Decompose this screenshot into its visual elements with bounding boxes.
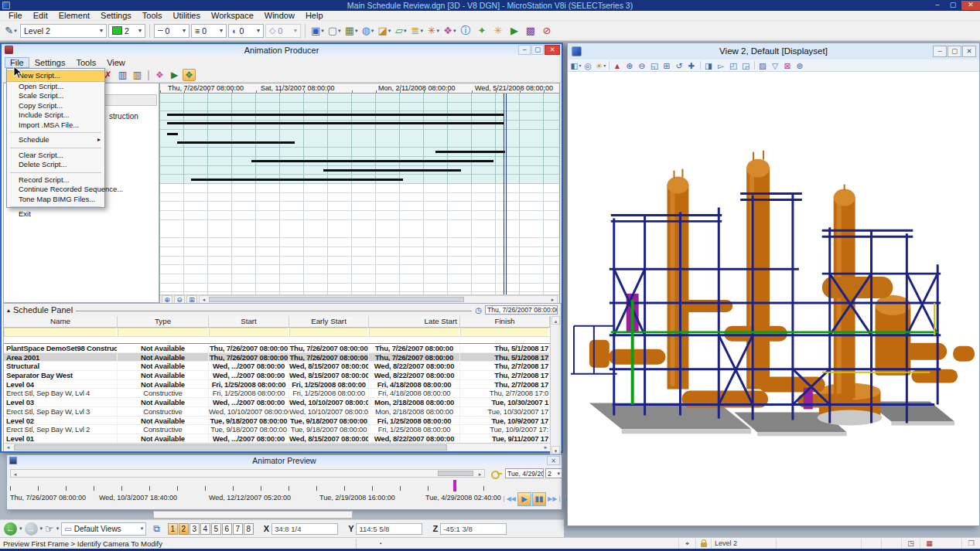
table-row[interactable]: Area 2001 Not Available Thu, 7/26/2007 0… xyxy=(4,353,550,362)
actor-pattern-icon[interactable]: ❖ xyxy=(153,69,166,81)
menu-item[interactable]: Workspace xyxy=(206,11,259,21)
lighting-icon[interactable]: ☀ ▾ xyxy=(595,60,606,71)
view-display-icon[interactable]: ◧ ▾ xyxy=(570,60,582,71)
view-toggle-button[interactable]: 3 xyxy=(190,523,200,535)
scroll-left-arrow[interactable]: ◂ xyxy=(200,296,208,303)
play-button[interactable]: ▶ xyxy=(517,492,531,506)
window-area-icon[interactable]: ◱ xyxy=(649,60,661,71)
active-element-template-icon[interactable]: ✎▾ xyxy=(3,23,19,39)
menu-item[interactable] xyxy=(10,172,101,173)
menu-item[interactable]: Tools xyxy=(70,57,101,68)
scroll-left-arrow[interactable]: ◂ xyxy=(11,471,19,478)
key-icon[interactable] xyxy=(491,469,502,478)
zoom-out-icon[interactable]: ⊖ xyxy=(637,60,648,71)
animation-producer-titlebar[interactable]: Animation Producer – ▢ ✕ xyxy=(2,44,562,56)
playhead-marker[interactable] xyxy=(453,480,456,491)
menu-item[interactable]: Utilities xyxy=(168,11,206,21)
skip-to-end-button[interactable]: ▶▶❘ xyxy=(547,492,563,506)
raster-manager-icon[interactable]: ▦ ▾ xyxy=(343,23,360,39)
chevron-down-icon[interactable]: ▾ xyxy=(56,525,60,532)
table-row[interactable]: Erect Stl, Sep Bay W, Lvl 3 Constructive… xyxy=(4,407,550,417)
menu-item[interactable]: Continue Recorded Sequence... xyxy=(7,185,104,195)
line-style-combo[interactable]: ┄ 0▾ xyxy=(154,24,190,38)
delete-element-icon[interactable]: ⊘ xyxy=(539,23,555,39)
element-info-icon[interactable]: ⓘ xyxy=(458,23,473,39)
restore-button[interactable]: ▢ xyxy=(948,46,961,57)
view-toggle-button[interactable]: 7 xyxy=(233,523,243,535)
table-row[interactable]: Level 01 Not Available Wed, .../2007 08:… xyxy=(4,434,550,443)
task-bar[interactable] xyxy=(435,151,505,153)
scrollbar-thumb[interactable] xyxy=(14,444,447,451)
view2-titlebar[interactable]: View 2, Default [Displayset] – ▢ ✕ xyxy=(568,43,979,60)
maximize-button[interactable]: ▢ xyxy=(946,1,960,10)
view-toggle-button[interactable]: 2 xyxy=(179,523,189,535)
task-bar[interactable] xyxy=(251,160,493,162)
menu-item[interactable]: Copy Script... xyxy=(7,101,104,111)
active-level-combo[interactable]: Level 2▾ xyxy=(20,24,107,38)
preview-scrollbar[interactable]: ◂ ▸ xyxy=(10,469,485,478)
filter-cell[interactable] xyxy=(209,328,289,337)
column-header[interactable]: Type xyxy=(118,316,209,328)
task-bar[interactable] xyxy=(191,179,403,181)
close-button[interactable]: ✕ xyxy=(547,456,560,465)
filter-cell[interactable] xyxy=(289,328,369,337)
pause-button[interactable]: ▮▮ xyxy=(532,492,546,506)
view2-separator[interactable] xyxy=(609,61,610,70)
references-icon[interactable]: ▱ ▾ xyxy=(393,23,408,39)
fence-mode-icon[interactable]: ▦ xyxy=(920,539,938,549)
zoom-tools-icon[interactable]: ✳ ▾ xyxy=(425,23,441,39)
scroll-left-arrow[interactable]: ◂ xyxy=(4,444,12,451)
view2-canvas[interactable] xyxy=(568,72,979,525)
task-bar[interactable] xyxy=(167,133,178,135)
table-row[interactable]: Erect Stl, Sep Bay W, Lvl 2 Constructive… xyxy=(4,425,550,434)
close-button[interactable]: ✕ xyxy=(962,46,976,57)
active-pattern-icon[interactable]: ❖ xyxy=(183,69,196,81)
scrollbar-thumb[interactable] xyxy=(209,297,464,302)
column-header[interactable]: Early Start xyxy=(289,316,369,328)
view-previous-icon[interactable]: ◰ xyxy=(728,60,739,71)
table-row[interactable]: Structural Not Available Wed, .../2007 0… xyxy=(4,362,550,371)
menu-item[interactable]: Open Script... xyxy=(7,82,104,92)
menu-item[interactable]: Scale Script... xyxy=(7,91,104,101)
view-toggle-button[interactable]: 5 xyxy=(211,523,221,535)
preview-date-field[interactable]: Tue, 4/29/20 xyxy=(505,468,544,478)
markup-icon[interactable]: ❖ ▾ xyxy=(442,23,457,39)
gantt-chart-area[interactable] xyxy=(160,94,559,294)
scroll-right-arrow[interactable]: ▸ xyxy=(548,296,557,303)
schedule-horizontal-scrollbar[interactable]: ◂ ▸ xyxy=(4,443,550,451)
column-header[interactable]: Finish xyxy=(460,316,550,328)
clip-mask-icon[interactable]: ⊠ xyxy=(782,60,794,71)
skip-to-start-button[interactable]: ❘◀◀ xyxy=(500,492,517,506)
scroll-right-arrow[interactable]: ▸ xyxy=(476,471,484,478)
render-mode-icon[interactable]: ◎ xyxy=(582,60,594,71)
saved-views-icon[interactable]: ◪ ▾ xyxy=(376,23,392,39)
key-tool-icon[interactable]: ✦ xyxy=(474,23,490,39)
tree-item-label[interactable]: struction xyxy=(109,112,138,121)
table-row[interactable]: PlantSpace DemoSet98 Construction Not Av… xyxy=(4,344,550,353)
close-button[interactable]: ✕ xyxy=(961,1,980,10)
menu-item[interactable]: Edit xyxy=(28,11,53,21)
timeline-ruler[interactable] xyxy=(10,486,511,491)
table-row[interactable]: Level 02 Not Available Tue, 9/18/2007 08… xyxy=(4,417,550,426)
frame-rate-spinner[interactable]: 2▾ xyxy=(545,468,562,478)
menu-item[interactable]: Tone Map BIMG Files... xyxy=(7,195,104,205)
menu-item[interactable] xyxy=(10,132,101,133)
z-coordinate-field[interactable]: -45:1 3/8 xyxy=(440,523,507,535)
menu-item[interactable]: Settings xyxy=(29,57,71,68)
dialog-status-icon[interactable]: ❒ xyxy=(961,539,980,549)
scrollbar-thumb[interactable] xyxy=(438,471,473,476)
maximize-button[interactable]: ▢ xyxy=(531,45,544,55)
menu-item[interactable]: Window xyxy=(259,11,300,21)
chevron-down-icon[interactable]: ▾ xyxy=(19,525,22,532)
table-row[interactable]: Level 03 Not Available Wed, .../2007 08:… xyxy=(4,398,550,407)
filmstrip-settings-icon[interactable]: ▥ xyxy=(131,69,144,81)
filter-cell[interactable] xyxy=(4,328,118,337)
window-titlebar[interactable]: Main Schedule Review.dgn [3D - V8 DGN] -… xyxy=(0,0,980,11)
menu-item[interactable]: Tools xyxy=(137,11,168,21)
transparency-combo[interactable]: ◐ 0▾ xyxy=(228,24,264,38)
selection-set-icon[interactable]: ◳ xyxy=(901,539,920,549)
new-file-icon[interactable]: ▢ ▾ xyxy=(326,23,343,39)
task-bar[interactable] xyxy=(177,141,295,144)
filter-cell[interactable] xyxy=(460,328,550,337)
search-icon[interactable]: ✳ xyxy=(490,23,506,39)
